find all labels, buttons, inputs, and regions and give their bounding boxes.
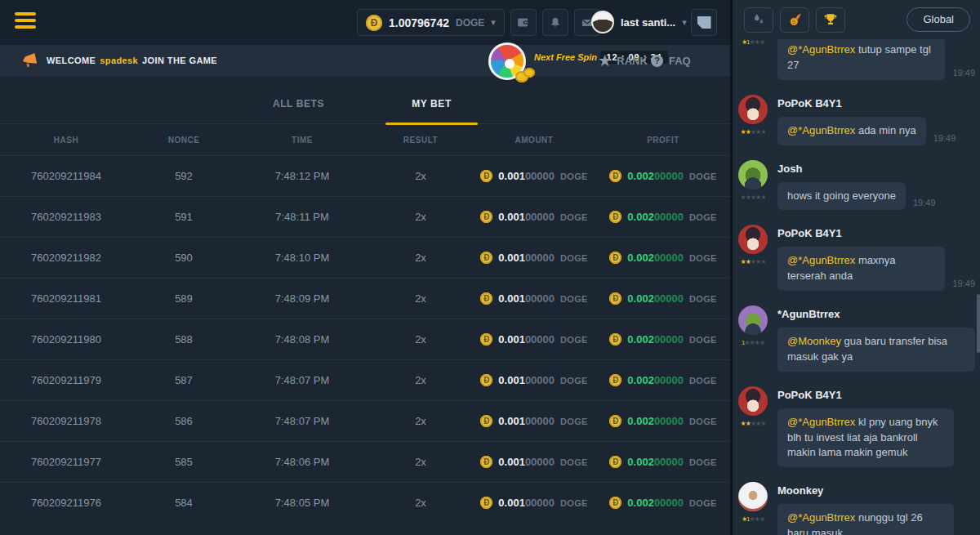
doge-coin-icon: Đ <box>609 292 621 305</box>
chat-channel-button[interactable]: Global <box>906 7 970 32</box>
chevron-down-icon: ▾ <box>682 17 687 28</box>
amount-significant: 0.001 <box>498 170 525 182</box>
mention-link[interactable]: @*AgunBtrrex <box>787 416 855 428</box>
chat-messages: ★1★★★ @*AgunBtrrex tutup sampe tgl 27 19… <box>733 39 980 535</box>
welcome-prefix: WELCOME <box>47 56 96 65</box>
profit-significant: 0.002 <box>627 415 654 427</box>
wallet-button[interactable] <box>510 9 537 36</box>
username-text: Moonkey <box>777 484 823 497</box>
bet-amount: Đ 0.00100000 DOGE <box>472 292 596 305</box>
doge-coin-icon: Đ <box>480 170 492 182</box>
message-username: *AgunBtrrex <box>777 308 975 320</box>
welcome-banner: WELCOME spadesk JOIN THE GAME Next Free … <box>0 45 730 76</box>
bet-result: 2x <box>369 252 472 264</box>
mention-link[interactable]: @*AgunBtrrex <box>787 124 855 136</box>
bet-profit: Đ 0.00200000 DOGE <box>596 374 730 386</box>
user-star-rating: ★★★★★ <box>741 259 766 265</box>
rain-button[interactable] <box>744 7 773 33</box>
mention-link[interactable]: @*AgunBtrrex <box>787 43 855 56</box>
tab-my-bet[interactable]: MY BET <box>365 98 498 123</box>
avatar[interactable] <box>738 225 768 254</box>
table-row[interactable]: 760209211978 586 7:48:07 PM 2x Đ 0.00100… <box>0 400 730 441</box>
chat-message: ★★★★★ Josh hows it going everyone 19:49 <box>736 160 975 211</box>
bet-nonce: 589 <box>132 292 235 305</box>
bet-time: 7:48:06 PM <box>235 456 369 468</box>
table-row[interactable]: 760209211984 592 7:48:12 PM 2x Đ 0.00100… <box>0 155 730 196</box>
chat-scrollbar[interactable] <box>977 294 980 353</box>
wallet-icon <box>516 16 530 29</box>
table-row[interactable]: 760209211980 588 7:48:08 PM 2x Đ 0.00100… <box>0 319 730 359</box>
avatar[interactable] <box>738 95 768 124</box>
mention-link[interactable]: @*AgunBtrrex <box>787 511 855 524</box>
avatar[interactable] <box>738 482 768 511</box>
mention-link[interactable]: @*AgunBtrrex <box>787 254 855 266</box>
bet-result: 2x <box>369 211 472 223</box>
profit-trailing: 00000 <box>654 292 684 305</box>
table-row[interactable]: 760209211976 584 7:48:05 PM 2x Đ 0.00100… <box>0 482 730 523</box>
col-result: RESULT <box>369 136 472 145</box>
table-row[interactable]: 760209211981 589 7:48:09 PM 2x Đ 0.00100… <box>0 278 730 319</box>
bet-hash: 760209211981 <box>0 292 132 305</box>
amount-trailing: 00000 <box>525 497 555 509</box>
bubble-row: @*AgunBtrrex kl pny uang bnyk blh tu inv… <box>777 408 975 468</box>
balance-currency: DOGE <box>456 17 484 29</box>
amount-significant: 0.001 <box>498 497 525 509</box>
bet-profit: Đ 0.00200000 DOGE <box>596 333 730 346</box>
table-row[interactable]: 760209211982 590 7:48:10 PM 2x Đ 0.00100… <box>0 237 730 278</box>
chat-toggle-button[interactable] <box>691 9 717 36</box>
bell-icon <box>549 16 562 29</box>
doge-coin-icon: Đ <box>366 15 382 31</box>
amount-trailing: 00000 <box>525 170 555 182</box>
rank-label: RANK <box>617 55 648 67</box>
table-row[interactable]: 760209211979 587 7:48:07 PM 2x Đ 0.00100… <box>0 359 730 400</box>
avatar[interactable] <box>738 160 768 189</box>
profit-significant: 0.002 <box>627 497 654 509</box>
profit-trailing: 00000 <box>654 170 684 182</box>
welcome-username[interactable]: spadesk <box>100 56 138 65</box>
amount-trailing: 00000 <box>525 415 555 427</box>
notifications-button[interactable] <box>542 9 568 36</box>
profit-significant: 0.002 <box>627 170 654 182</box>
welcome-message: WELCOME spadesk JOIN THE GAME <box>47 45 217 76</box>
hamburger-menu-icon[interactable] <box>15 12 36 32</box>
bet-hash: 760209211977 <box>0 456 132 468</box>
table-row[interactable]: 760209211983 591 7:48:11 PM 2x Đ 0.00100… <box>0 196 730 237</box>
profit-trailing: 00000 <box>654 456 684 468</box>
bet-amount: Đ 0.00100000 DOGE <box>472 333 596 346</box>
bet-time: 7:48:10 PM <box>235 252 369 264</box>
profit-currency: DOGE <box>689 212 717 222</box>
col-profit: PROFIT <box>596 136 730 145</box>
rank-link[interactable]: ★ RANK <box>599 45 648 76</box>
avatar[interactable] <box>738 305 768 335</box>
message-body: *AgunBtrrex @Moonkey gua baru transfer b… <box>770 305 975 372</box>
avatar[interactable] <box>738 386 768 416</box>
amount-significant: 0.001 <box>498 252 525 264</box>
mention-link[interactable]: @Moonkey <box>787 335 841 347</box>
message-text: hows it going everyone <box>787 189 896 202</box>
chat-message: ★1★★★ Moonkey @*AgunBtrrex nunggu tgl 26… <box>736 482 975 535</box>
message-timestamp: 19:49 <box>933 133 956 145</box>
profit-currency: DOGE <box>689 335 717 345</box>
megaphone-icon <box>21 52 39 69</box>
bet-result: 2x <box>369 374 472 386</box>
message-left-rail: ★1★★★ <box>736 482 770 535</box>
bet-nonce: 585 <box>132 456 235 468</box>
table-row[interactable]: 760209211977 585 7:48:06 PM 2x Đ 0.00100… <box>0 441 730 482</box>
user-menu[interactable]: last santi... ▾ <box>591 11 687 33</box>
fireball-icon: B <box>787 12 803 28</box>
spin-wheel-icon <box>488 42 526 80</box>
bet-amount: Đ 0.00100000 DOGE <box>472 374 596 386</box>
chat-message: ★1★★★ @*AgunBtrrex tutup sampe tgl 27 19… <box>736 39 975 80</box>
message-username: PoPoK B4Y1 <box>777 389 975 401</box>
bet-time: 7:48:07 PM <box>235 374 369 386</box>
doge-coin-icon: Đ <box>609 374 621 386</box>
amount-trailing: 00000 <box>525 374 555 386</box>
balance-selector[interactable]: Đ 1.00796742 DOGE ▾ <box>357 9 505 36</box>
fireball-button[interactable]: B <box>780 7 809 33</box>
tab-all-bets[interactable]: ALL BETS <box>232 98 365 123</box>
message-bubble: hows it going everyone <box>777 182 906 211</box>
trophy-button[interactable] <box>816 7 845 33</box>
username-text: Josh <box>777 163 802 175</box>
faq-link[interactable]: ? FAQ <box>651 45 691 76</box>
next-free-spin-label: Next Free Spin <box>534 52 597 62</box>
